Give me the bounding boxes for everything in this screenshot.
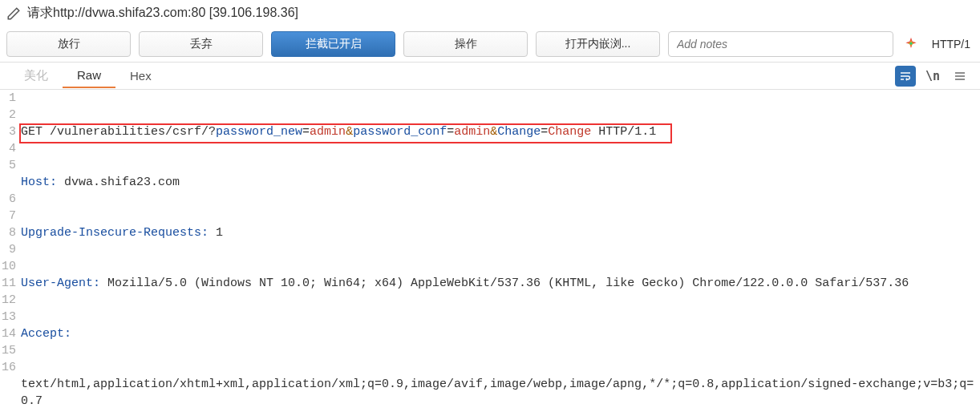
open-browser-button[interactable]: 打开内嵌浏... (536, 31, 660, 57)
editor-menu-icon[interactable] (950, 66, 970, 87)
show-newlines-icon[interactable]: \n (922, 66, 943, 87)
drop-button[interactable]: 丢弃 (139, 31, 263, 57)
notes-input[interactable] (668, 31, 893, 57)
action-button[interactable]: 操作 (403, 31, 528, 57)
tab-hex[interactable]: Hex (115, 64, 166, 87)
line-gutter: 12345678910111213141516 (0, 90, 19, 420)
forward-button[interactable]: 放行 (6, 31, 131, 57)
intercept-toggle-button[interactable]: 拦截已开启 (271, 31, 395, 57)
request-title: 请求http://dvwa.shifa23.com:80 [39.106.198… (27, 5, 298, 22)
view-tabs: 美化 Raw Hex \n (0, 63, 980, 90)
request-line: GET /vulnerabilities/csrf/?password_new=… (21, 123, 980, 140)
code-area[interactable]: GET /vulnerabilities/csrf/?password_new=… (19, 90, 980, 420)
tab-raw[interactable]: Raw (63, 63, 115, 88)
toolbar: 放行 丢弃 拦截已开启 操作 打开内嵌浏... HTTP/1 (0, 26, 980, 63)
title-bar: 请求http://dvwa.shifa23.com:80 [39.106.198… (0, 0, 980, 26)
highlight-icon[interactable] (901, 34, 921, 54)
svg-point-0 (909, 42, 912, 45)
protocol-label: HTTP/1 (929, 38, 974, 50)
edit-icon (6, 6, 21, 21)
request-editor[interactable]: 12345678910111213141516 GET /vulnerabili… (0, 90, 980, 420)
tab-pretty[interactable]: 美化 (10, 63, 63, 88)
wrap-lines-icon[interactable] (895, 66, 916, 87)
